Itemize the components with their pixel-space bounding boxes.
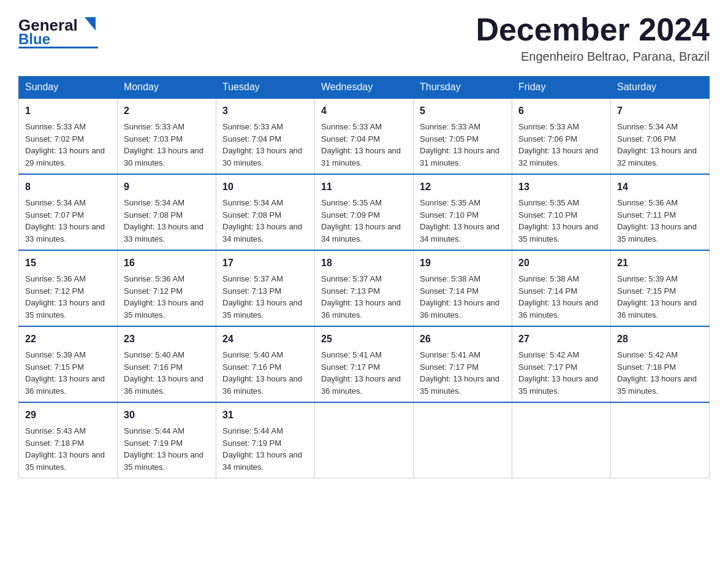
calendar-cell: 21Sunrise: 5:39 AMSunset: 7:15 PMDayligh… [611,250,710,326]
title-block: December 2024 Engenheiro Beltrao, Parana… [476,12,710,64]
logo-svg: General Blue [18,12,98,49]
daylight-label: Daylight: 13 hours and 33 minutes. [124,222,203,243]
sunrise-label: Sunrise: 5:34 AM [124,198,184,207]
calendar-cell: 31Sunrise: 5:44 AMSunset: 7:19 PMDayligh… [216,402,315,478]
sunset-label: Sunset: 7:19 PM [222,439,281,448]
day-number: 14 [617,180,703,194]
calendar-cell [512,402,611,478]
day-number: 12 [420,180,506,194]
sunrise-label: Sunrise: 5:36 AM [25,274,86,283]
sunrise-label: Sunrise: 5:33 AM [420,122,480,131]
sunset-label: Sunset: 7:17 PM [518,362,577,372]
sunset-label: Sunset: 7:03 PM [124,134,183,144]
sunrise-label: Sunrise: 5:37 AM [321,274,382,283]
calendar-cell: 23Sunrise: 5:40 AMSunset: 7:16 PMDayligh… [118,326,216,402]
sunset-label: Sunset: 7:11 PM [617,210,676,220]
calendar-cell: 5Sunrise: 5:33 AMSunset: 7:05 PMDaylight… [414,98,512,174]
sunset-label: Sunset: 7:18 PM [617,362,676,372]
sunset-label: Sunset: 7:04 PM [321,134,380,144]
sunrise-label: Sunrise: 5:39 AM [25,350,86,359]
svg-text:Blue: Blue [18,31,50,47]
calendar-cell: 19Sunrise: 5:38 AMSunset: 7:14 PMDayligh… [414,250,512,326]
sunrise-label: Sunrise: 5:36 AM [124,274,184,283]
sunrise-label: Sunrise: 5:39 AM [617,274,678,283]
sunrise-label: Sunrise: 5:33 AM [222,122,283,131]
sunset-label: Sunset: 7:04 PM [222,134,281,144]
daylight-label: Daylight: 13 hours and 29 minutes. [25,146,105,167]
sunrise-label: Sunrise: 5:44 AM [222,426,283,435]
weekday-header: Friday [512,77,611,99]
day-number: 29 [25,408,111,423]
weekday-header: Saturday [611,77,710,99]
calendar-cell: 1Sunrise: 5:33 AMSunset: 7:02 PMDaylight… [19,98,118,174]
daylight-label: Daylight: 13 hours and 31 minutes. [420,146,499,167]
sunrise-label: Sunrise: 5:33 AM [124,122,184,131]
sunset-label: Sunset: 7:14 PM [518,286,577,296]
calendar-cell: 27Sunrise: 5:42 AMSunset: 7:17 PMDayligh… [512,326,611,402]
sunset-label: Sunset: 7:06 PM [518,134,577,144]
sunset-label: Sunset: 7:16 PM [222,362,281,372]
sunset-label: Sunset: 7:13 PM [222,286,281,296]
calendar-cell: 26Sunrise: 5:41 AMSunset: 7:17 PMDayligh… [414,326,512,402]
daylight-label: Daylight: 13 hours and 34 minutes. [321,222,401,243]
day-number: 15 [25,256,111,270]
daylight-label: Daylight: 13 hours and 36 minutes. [420,298,499,320]
sunset-label: Sunset: 7:15 PM [25,362,84,372]
calendar-cell [611,402,710,478]
sunrise-label: Sunrise: 5:42 AM [617,350,678,359]
sunrise-label: Sunrise: 5:37 AM [222,274,283,283]
daylight-label: Daylight: 13 hours and 36 minutes. [222,374,302,396]
daylight-label: Daylight: 13 hours and 32 minutes. [617,146,697,167]
day-number: 5 [420,104,506,118]
sunset-label: Sunset: 7:18 PM [25,439,84,448]
sunset-label: Sunset: 7:08 PM [124,210,183,220]
daylight-label: Daylight: 13 hours and 31 minutes. [321,146,401,167]
daylight-label: Daylight: 13 hours and 30 minutes. [124,146,203,167]
daylight-label: Daylight: 13 hours and 35 minutes. [617,374,697,396]
day-number: 10 [222,180,308,194]
day-number: 25 [321,332,407,347]
calendar-cell: 18Sunrise: 5:37 AMSunset: 7:13 PMDayligh… [315,250,414,326]
sunrise-label: Sunrise: 5:38 AM [518,274,579,283]
svg-rect-3 [18,47,98,48]
sunrise-label: Sunrise: 5:35 AM [518,198,579,207]
weekday-header: Tuesday [216,77,315,99]
sunrise-label: Sunrise: 5:41 AM [420,350,480,359]
day-number: 26 [420,332,506,347]
calendar-cell: 24Sunrise: 5:40 AMSunset: 7:16 PMDayligh… [216,326,315,402]
calendar-cell: 14Sunrise: 5:36 AMSunset: 7:11 PMDayligh… [611,174,710,250]
month-title: December 2024 [476,12,710,47]
day-number: 18 [321,256,407,270]
calendar-cell: 22Sunrise: 5:39 AMSunset: 7:15 PMDayligh… [19,326,118,402]
daylight-label: Daylight: 13 hours and 35 minutes. [420,374,499,396]
weekday-header: Thursday [414,77,512,99]
sunset-label: Sunset: 7:14 PM [420,286,479,296]
sunset-label: Sunset: 7:15 PM [617,286,676,296]
daylight-label: Daylight: 13 hours and 33 minutes. [25,222,105,243]
calendar-cell: 20Sunrise: 5:38 AMSunset: 7:14 PMDayligh… [512,250,611,326]
calendar-cell: 13Sunrise: 5:35 AMSunset: 7:10 PMDayligh… [512,174,611,250]
calendar-cell: 30Sunrise: 5:44 AMSunset: 7:19 PMDayligh… [118,402,216,478]
calendar-cell: 7Sunrise: 5:34 AMSunset: 7:06 PMDaylight… [611,98,710,174]
calendar-cell: 28Sunrise: 5:42 AMSunset: 7:18 PMDayligh… [611,326,710,402]
day-number: 16 [124,256,210,270]
day-number: 17 [222,256,308,270]
day-number: 28 [617,332,703,347]
sunrise-label: Sunrise: 5:43 AM [25,426,86,435]
weekday-header: Wednesday [315,77,414,99]
daylight-label: Daylight: 13 hours and 35 minutes. [518,374,598,396]
day-number: 3 [222,104,308,118]
sunrise-label: Sunrise: 5:41 AM [321,350,382,359]
sunrise-label: Sunrise: 5:33 AM [25,122,86,131]
sunset-label: Sunset: 7:12 PM [25,286,84,296]
location: Engenheiro Beltrao, Parana, Brazil [476,50,710,64]
sunset-label: Sunset: 7:05 PM [420,134,479,144]
day-number: 6 [518,104,604,118]
sunset-label: Sunset: 7:09 PM [321,210,380,220]
sunset-label: Sunset: 7:16 PM [124,362,183,372]
svg-marker-1 [85,17,96,31]
sunrise-label: Sunrise: 5:36 AM [617,198,678,207]
daylight-label: Daylight: 13 hours and 30 minutes. [222,146,302,167]
day-number: 1 [25,104,111,118]
day-number: 11 [321,180,407,194]
